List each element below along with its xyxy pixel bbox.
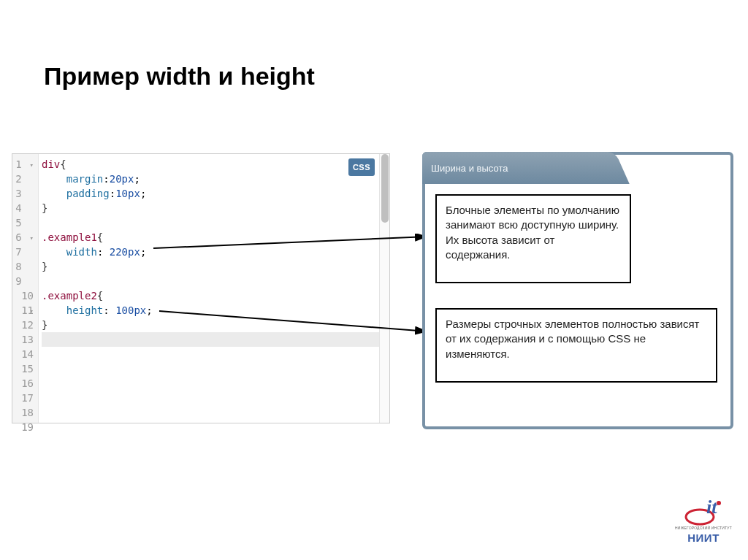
- example-box-2: Размеры строчных элементов полностью зав…: [435, 308, 717, 383]
- svg-point-4: [717, 501, 721, 505]
- line-number: 15: [15, 361, 34, 376]
- code-line: }: [42, 201, 386, 215]
- code-line: [42, 215, 386, 230]
- line-number: 8: [15, 259, 34, 274]
- code-line: .example2{: [42, 288, 386, 303]
- code-line: margin:20px;: [42, 172, 386, 186]
- code-line: }: [42, 318, 386, 332]
- code-line: width: 220px;: [42, 245, 386, 259]
- logo: it НИЖЕГОРОДСКИЙ ИНСТИТУТ НИИТ: [675, 497, 732, 544]
- editor-gutter: 1 ▾2 3 4 5 6 ▾7 8 9 10 ▾11 12 13 14 15 1…: [12, 154, 39, 423]
- line-number: 6 ▾: [15, 230, 34, 245]
- line-number: 14: [15, 347, 34, 361]
- svg-text:it: it: [706, 497, 717, 518]
- result-tab: Ширина и высота: [422, 152, 615, 184]
- line-number: 17: [15, 391, 34, 405]
- code-line: height: 100px;: [42, 303, 386, 318]
- line-number: 16: [15, 376, 34, 391]
- line-number: 4: [15, 201, 34, 215]
- code-line: padding:10px;: [42, 186, 386, 201]
- slide-title: Пример width и height: [44, 62, 315, 91]
- code-line: div{: [42, 157, 386, 172]
- result-panel: Ширина и высота Блочные элементы по умол…: [422, 152, 733, 429]
- line-number: 13: [15, 332, 34, 347]
- line-number: 9: [15, 274, 34, 288]
- logo-subtext: НИЖЕГОРОДСКИЙ ИНСТИТУТ: [675, 526, 732, 530]
- editor-code[interactable]: div{ margin:20px; padding:10px;}.example…: [39, 154, 389, 423]
- logo-icon: it: [684, 497, 723, 526]
- code-line: }: [42, 259, 386, 274]
- line-number: 5: [15, 215, 34, 230]
- logo-text: НИИТ: [675, 532, 732, 544]
- code-editor: 1 ▾2 3 4 5 6 ▾7 8 9 10 ▾11 12 13 14 15 1…: [12, 153, 390, 423]
- line-number: 7: [15, 245, 34, 259]
- line-number: 12: [15, 318, 34, 332]
- line-number: 10 ▾: [15, 288, 34, 303]
- language-badge: CSS: [348, 158, 375, 176]
- code-line: [42, 332, 386, 347]
- line-number: 19: [15, 420, 34, 434]
- result-tab-label: Ширина и высота: [431, 163, 508, 174]
- code-line: [42, 274, 386, 288]
- line-number: 11: [15, 303, 34, 318]
- code-line: .example1{: [42, 230, 386, 245]
- line-number: 3: [15, 186, 34, 201]
- example-box-1: Блочные элементы по умолчанию занимают в…: [435, 194, 631, 283]
- result-body: Блочные элементы по умолчанию занимают в…: [425, 184, 730, 426]
- line-number: 2: [15, 172, 34, 186]
- line-number: 18: [15, 405, 34, 420]
- line-number: 1 ▾: [15, 157, 34, 172]
